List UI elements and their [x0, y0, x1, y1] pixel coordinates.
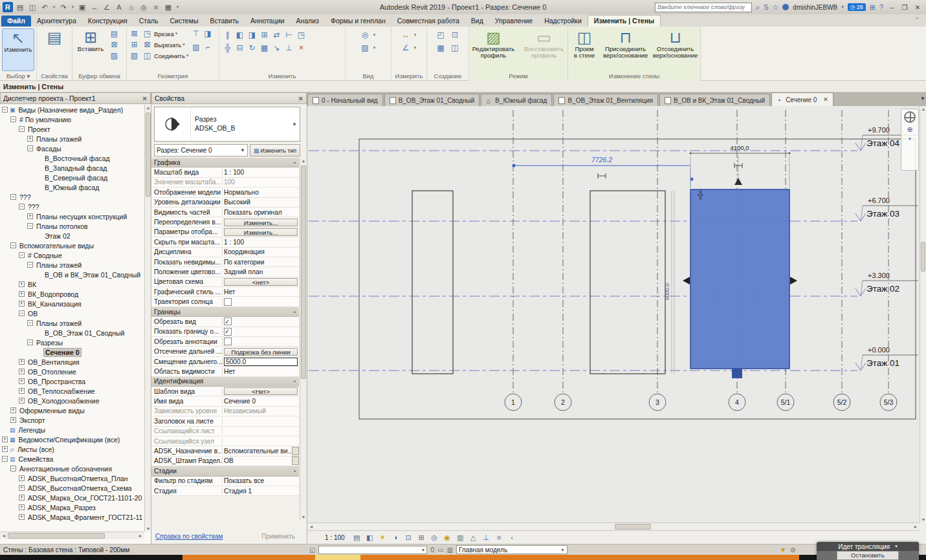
property-row[interactable]: Смещение дальнего... 5000.0 [151, 357, 299, 367]
user-dropdown-icon[interactable]: ▾ [841, 5, 844, 10]
tree-expander-icon[interactable] [19, 485, 25, 491]
panel-label[interactable]: Геометрия [129, 71, 217, 81]
canvas-vertical-scrollbar[interactable]: ▲ ▼ [920, 106, 926, 522]
modify-button[interactable]: ↖ Изменить [2, 28, 34, 71]
properties-header[interactable]: Свойства ✕ [151, 92, 307, 104]
panel-label[interactable]: Вид [347, 71, 389, 81]
tree-item[interactable]: Экспорт [0, 415, 144, 425]
search-icon[interactable]: ⌕ [756, 3, 760, 12]
property-row[interactable]: Масштаб вида 1 : 100 [151, 167, 299, 177]
mirror-draw-axis-icon[interactable]: ⊞ [259, 30, 270, 40]
tree-item[interactable]: Планы этажей [0, 318, 144, 328]
close-button[interactable]: ✕ [913, 4, 922, 11]
property-row[interactable]: Ссылающийся узел [151, 436, 299, 446]
panel-label[interactable]: Выбор ▾ [2, 71, 34, 81]
property-row[interactable]: Значение масштаба... 100 [151, 178, 299, 188]
tree-expander-icon[interactable] [19, 310, 25, 316]
ribbon-tab[interactable]: Формы и генплан [325, 16, 391, 27]
crop-view-icon[interactable]: ⊡ [403, 533, 414, 543]
crop-region-visibility-icon[interactable]: ⊞ [416, 533, 427, 543]
tree-expander-icon[interactable] [19, 388, 25, 394]
qat-customize-icon[interactable]: ▾ [175, 2, 180, 12]
subscription-icon[interactable]: S [764, 3, 768, 11]
tree-item[interactable]: В_Южный фасад [0, 182, 144, 192]
design-options-icon[interactable]: ▥ [446, 546, 452, 554]
ribbon-tab[interactable]: Совместная работа [391, 16, 465, 27]
search-input[interactable] [655, 3, 752, 12]
move-grip-icon[interactable]: ╬ [698, 190, 703, 200]
dropdown-icon[interactable]: ▾ [413, 30, 418, 40]
paint-icon[interactable]: ▨ [129, 50, 140, 61]
scale-button[interactable]: 1 : 100 [320, 533, 349, 543]
tree-expander-icon[interactable] [19, 495, 25, 501]
tree-item[interactable]: Планы этажей [0, 134, 144, 144]
cut-geometry-icon[interactable]: ⊠ [129, 28, 140, 39]
selected-wall[interactable] [690, 189, 789, 369]
tree-item[interactable]: ADSK_Марка_Разрез [0, 502, 144, 512]
default-3d-view-icon[interactable]: ⌂ [126, 2, 137, 12]
ribbon-tab[interactable]: Сталь [133, 16, 164, 27]
dropdown-icon[interactable]: ▾ [413, 43, 418, 53]
ribbon-tab[interactable]: Вставить [204, 16, 245, 27]
property-row[interactable]: Границы [151, 307, 299, 317]
property-row[interactable]: Графический стиль ... Нет [151, 287, 299, 297]
property-row[interactable]: Зависимость уровня Независимый [151, 407, 299, 416]
tree-item[interactable]: Фасады [0, 144, 144, 153]
tree-item[interactable]: Планы несущих конструкций [0, 211, 144, 221]
split-face-icon[interactable]: ▧ [190, 42, 201, 52]
tree-item[interactable]: ADSK_ВысотнаяОтметка_Схема [0, 483, 144, 493]
property-row[interactable]: Идентификация [151, 377, 299, 387]
design-option-select[interactable]: Главная модель▼ [456, 545, 568, 554]
property-row[interactable]: Стадии [151, 466, 299, 476]
view-tab[interactable]: В_ОВ_Этаж 01_Вентиляция ✕ [553, 94, 658, 106]
hidden-elements-icon[interactable]: ◎ [360, 30, 371, 40]
edit-type-button[interactable]: ▦ Изменить тип [250, 144, 300, 156]
ribbon-tab[interactable]: Аннотации [245, 16, 291, 27]
property-row[interactable]: Переопределения в... Изменить... [151, 217, 299, 227]
sun-settings-icon[interactable]: ☀ [377, 533, 388, 543]
close-icon[interactable]: ✕ [142, 95, 148, 102]
attach-top-base-button[interactable]: ⊓ Присоединитьверх/основание [602, 28, 648, 71]
properties-help-link[interactable]: Справка по свойствам [155, 533, 223, 540]
panel-label[interactable]: Буфер обмена [74, 71, 124, 81]
drawing-area[interactable]: +9.700 Этаж 04 +6.700 Этаж 03 +3.300 Эта… [307, 106, 920, 522]
panel-label[interactable]: Изменение стены [570, 71, 698, 81]
ribbon-collapse-icon[interactable]: ⌃ [911, 17, 923, 23]
ribbon-tab[interactable]: Файл [1, 16, 31, 27]
tree-item[interactable]: ОВ_Вентиляция [0, 357, 144, 367]
view-tab[interactable]: 0 - Начальный вид ✕ [307, 94, 383, 106]
property-row[interactable]: Имя вида Сечение 0 [151, 396, 299, 406]
editable-only-icon[interactable]: ⊘ [790, 546, 795, 554]
tree-item[interactable]: ВК_Водопровод [0, 289, 144, 299]
trim-extend-icon[interactable]: ⊢ [283, 30, 294, 40]
tree-item[interactable]: В_ОВ_Этаж 01_Сводный [0, 328, 144, 338]
tree-expander-icon[interactable] [19, 504, 25, 510]
dropdown-icon[interactable]: ▾ [372, 43, 377, 53]
tree-expander-icon[interactable] [19, 378, 25, 384]
measure-icon[interactable]: ↔ [89, 2, 100, 12]
tree-expander-icon[interactable] [19, 475, 25, 481]
collapse-vcb-icon[interactable]: ‹ [507, 533, 518, 543]
create-parts-icon[interactable]: ⊡ [450, 30, 461, 40]
property-row[interactable]: Положение цветово... Задний план [151, 267, 299, 277]
tree-expander-icon[interactable] [2, 446, 8, 452]
properties-button[interactable]: ▤ [39, 28, 70, 71]
dropdown-icon[interactable]: ▾ [372, 30, 377, 40]
property-row[interactable]: Показать невидимы... По категории [151, 257, 299, 267]
type-selector[interactable]: Разрез ADSK_ОВ_В ▼ [154, 107, 300, 142]
tree-item[interactable]: В_Западный фасад [0, 163, 144, 173]
filter-icon[interactable]: ▼ [780, 546, 786, 554]
create-group-icon[interactable]: ◰ [435, 30, 446, 40]
tree-expander-icon[interactable] [2, 436, 8, 442]
paste-button[interactable]: ⊞ Вставить [74, 28, 107, 71]
property-row[interactable]: Фильтр по стадиям Показать все [151, 477, 299, 486]
view-tab[interactable]: В_ОВ и ВК_Этаж 01_Сводный ✕ [659, 94, 770, 106]
panel-label[interactable]: Измерить [393, 71, 424, 81]
rotate-icon[interactable]: ↻ [247, 43, 258, 53]
tree-item[interactable]: ??? [0, 192, 144, 202]
tree-expander-icon[interactable] [10, 116, 16, 122]
panel-label[interactable]: Изменить [221, 71, 343, 81]
ribbon-tab[interactable]: Системы [164, 16, 204, 27]
tree-item[interactable]: ▣ Виды (Назначение вида_Раздел) [0, 105, 144, 114]
cut-to-clipboard-icon[interactable]: ⊠ [109, 39, 120, 50]
